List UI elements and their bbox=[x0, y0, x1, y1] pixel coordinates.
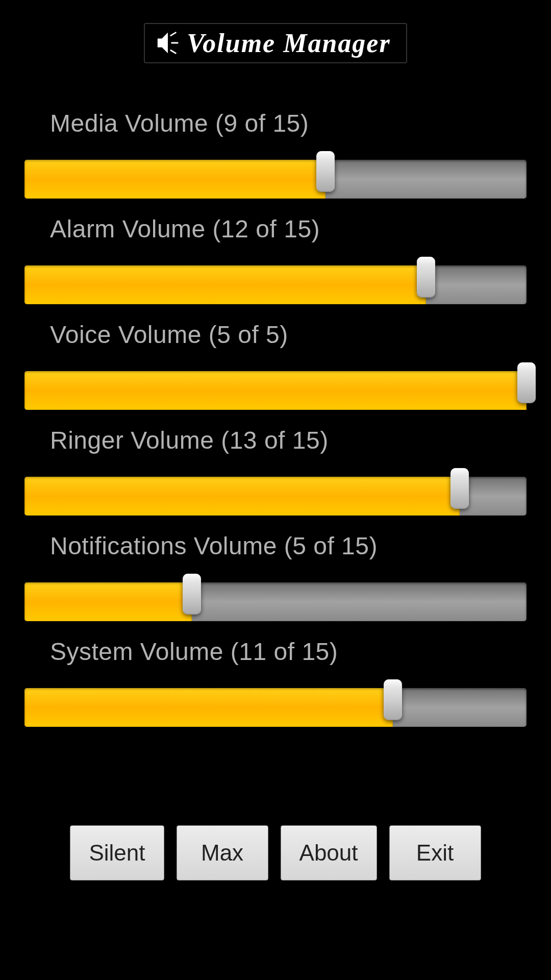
media-volume-slider-label: Media Volume (9 of 15) bbox=[24, 109, 527, 137]
exit-button[interactable]: Exit bbox=[389, 825, 481, 880]
slider-fill bbox=[24, 688, 393, 727]
alarm-volume-slider[interactable] bbox=[24, 259, 527, 310]
ringer-volume-slider-group: Ringer Volume (13 of 15) bbox=[24, 426, 527, 522]
slider-fill bbox=[24, 371, 527, 410]
system-volume-slider-label: System Volume (11 of 15) bbox=[24, 638, 527, 666]
max-button[interactable]: Max bbox=[177, 825, 268, 880]
slider-thumb[interactable] bbox=[316, 151, 335, 192]
slider-fill bbox=[24, 477, 460, 516]
svg-line-0 bbox=[171, 33, 176, 36]
speaker-icon bbox=[155, 29, 180, 57]
app-title: Volume Manager bbox=[187, 28, 390, 58]
silent-button[interactable]: Silent bbox=[70, 825, 164, 880]
ringer-volume-slider-label: Ringer Volume (13 of 15) bbox=[24, 426, 527, 454]
button-bar: Silent Max About Exit bbox=[0, 825, 551, 880]
about-button[interactable]: About bbox=[281, 825, 377, 880]
app-header: Volume Manager bbox=[0, 0, 551, 74]
voice-volume-slider-label: Voice Volume (5 of 5) bbox=[24, 321, 527, 349]
system-volume-slider-group: System Volume (11 of 15) bbox=[24, 638, 527, 733]
alarm-volume-slider-label: Alarm Volume (12 of 15) bbox=[24, 215, 527, 243]
slider-thumb[interactable] bbox=[417, 257, 435, 298]
notifications-volume-slider-label: Notifications Volume (5 of 15) bbox=[24, 532, 527, 560]
slider-thumb[interactable] bbox=[384, 679, 402, 720]
slider-fill bbox=[24, 582, 192, 621]
ringer-volume-slider[interactable] bbox=[24, 471, 527, 522]
slider-fill bbox=[24, 265, 426, 304]
slider-thumb[interactable] bbox=[517, 362, 536, 403]
voice-volume-slider-group: Voice Volume (5 of 5) bbox=[24, 321, 527, 416]
alarm-volume-slider-group: Alarm Volume (12 of 15) bbox=[24, 215, 527, 310]
system-volume-slider[interactable] bbox=[24, 682, 527, 733]
slider-thumb[interactable] bbox=[183, 574, 201, 615]
media-volume-slider[interactable] bbox=[24, 154, 527, 205]
notifications-volume-slider-group: Notifications Volume (5 of 15) bbox=[24, 532, 527, 627]
notifications-volume-slider[interactable] bbox=[24, 576, 527, 627]
slider-thumb[interactable] bbox=[450, 468, 469, 509]
slider-fill bbox=[24, 160, 325, 199]
header-box: Volume Manager bbox=[144, 23, 407, 63]
media-volume-slider-group: Media Volume (9 of 15) bbox=[24, 109, 527, 205]
svg-line-2 bbox=[171, 50, 176, 53]
voice-volume-slider[interactable] bbox=[24, 365, 527, 416]
volume-controls: Media Volume (9 of 15) Alarm Volume (12 … bbox=[0, 74, 551, 733]
